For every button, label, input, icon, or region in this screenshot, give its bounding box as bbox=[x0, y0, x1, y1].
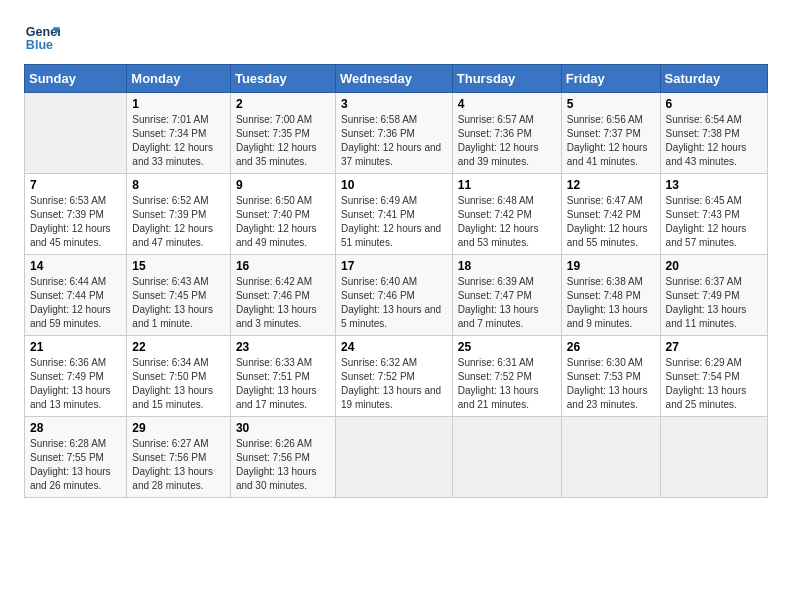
day-number: 25 bbox=[458, 340, 556, 354]
day-number: 28 bbox=[30, 421, 121, 435]
day-number: 20 bbox=[666, 259, 762, 273]
day-cell: 30 Sunrise: 6:26 AMSunset: 7:56 PMDaylig… bbox=[230, 417, 335, 498]
calendar-table: SundayMondayTuesdayWednesdayThursdayFrid… bbox=[24, 64, 768, 498]
day-number: 11 bbox=[458, 178, 556, 192]
day-number: 26 bbox=[567, 340, 655, 354]
header-cell-saturday: Saturday bbox=[660, 65, 767, 93]
day-info: Sunrise: 6:36 AMSunset: 7:49 PMDaylight:… bbox=[30, 356, 121, 412]
day-cell: 1 Sunrise: 7:01 AMSunset: 7:34 PMDayligh… bbox=[127, 93, 231, 174]
day-info: Sunrise: 6:34 AMSunset: 7:50 PMDaylight:… bbox=[132, 356, 225, 412]
day-info: Sunrise: 6:31 AMSunset: 7:52 PMDaylight:… bbox=[458, 356, 556, 412]
day-info: Sunrise: 6:48 AMSunset: 7:42 PMDaylight:… bbox=[458, 194, 556, 250]
day-number: 13 bbox=[666, 178, 762, 192]
day-cell: 28 Sunrise: 6:28 AMSunset: 7:55 PMDaylig… bbox=[25, 417, 127, 498]
day-number: 22 bbox=[132, 340, 225, 354]
day-number: 9 bbox=[236, 178, 330, 192]
day-number: 3 bbox=[341, 97, 447, 111]
day-cell: 22 Sunrise: 6:34 AMSunset: 7:50 PMDaylig… bbox=[127, 336, 231, 417]
day-cell: 18 Sunrise: 6:39 AMSunset: 7:47 PMDaylig… bbox=[452, 255, 561, 336]
day-info: Sunrise: 6:39 AMSunset: 7:47 PMDaylight:… bbox=[458, 275, 556, 331]
day-number: 19 bbox=[567, 259, 655, 273]
day-number: 2 bbox=[236, 97, 330, 111]
day-number: 17 bbox=[341, 259, 447, 273]
day-cell: 11 Sunrise: 6:48 AMSunset: 7:42 PMDaylig… bbox=[452, 174, 561, 255]
day-cell: 7 Sunrise: 6:53 AMSunset: 7:39 PMDayligh… bbox=[25, 174, 127, 255]
day-number: 12 bbox=[567, 178, 655, 192]
day-info: Sunrise: 6:44 AMSunset: 7:44 PMDaylight:… bbox=[30, 275, 121, 331]
day-cell bbox=[452, 417, 561, 498]
day-number: 6 bbox=[666, 97, 762, 111]
header-cell-wednesday: Wednesday bbox=[336, 65, 453, 93]
week-row-4: 21 Sunrise: 6:36 AMSunset: 7:49 PMDaylig… bbox=[25, 336, 768, 417]
day-cell: 15 Sunrise: 6:43 AMSunset: 7:45 PMDaylig… bbox=[127, 255, 231, 336]
day-cell: 2 Sunrise: 7:00 AMSunset: 7:35 PMDayligh… bbox=[230, 93, 335, 174]
day-info: Sunrise: 6:42 AMSunset: 7:46 PMDaylight:… bbox=[236, 275, 330, 331]
day-info: Sunrise: 6:45 AMSunset: 7:43 PMDaylight:… bbox=[666, 194, 762, 250]
header-cell-sunday: Sunday bbox=[25, 65, 127, 93]
day-number: 1 bbox=[132, 97, 225, 111]
day-cell: 3 Sunrise: 6:58 AMSunset: 7:36 PMDayligh… bbox=[336, 93, 453, 174]
day-info: Sunrise: 6:32 AMSunset: 7:52 PMDaylight:… bbox=[341, 356, 447, 412]
day-info: Sunrise: 6:54 AMSunset: 7:38 PMDaylight:… bbox=[666, 113, 762, 169]
day-info: Sunrise: 6:56 AMSunset: 7:37 PMDaylight:… bbox=[567, 113, 655, 169]
header-row: SundayMondayTuesdayWednesdayThursdayFrid… bbox=[25, 65, 768, 93]
day-number: 10 bbox=[341, 178, 447, 192]
day-number: 18 bbox=[458, 259, 556, 273]
day-info: Sunrise: 7:01 AMSunset: 7:34 PMDaylight:… bbox=[132, 113, 225, 169]
week-row-1: 1 Sunrise: 7:01 AMSunset: 7:34 PMDayligh… bbox=[25, 93, 768, 174]
day-cell: 12 Sunrise: 6:47 AMSunset: 7:42 PMDaylig… bbox=[561, 174, 660, 255]
header-cell-monday: Monday bbox=[127, 65, 231, 93]
page-header: General Blue bbox=[24, 20, 768, 56]
header-cell-tuesday: Tuesday bbox=[230, 65, 335, 93]
day-info: Sunrise: 6:26 AMSunset: 7:56 PMDaylight:… bbox=[236, 437, 330, 493]
day-info: Sunrise: 6:52 AMSunset: 7:39 PMDaylight:… bbox=[132, 194, 225, 250]
day-cell: 4 Sunrise: 6:57 AMSunset: 7:36 PMDayligh… bbox=[452, 93, 561, 174]
day-cell bbox=[561, 417, 660, 498]
day-info: Sunrise: 6:58 AMSunset: 7:36 PMDaylight:… bbox=[341, 113, 447, 169]
day-cell bbox=[25, 93, 127, 174]
day-cell: 10 Sunrise: 6:49 AMSunset: 7:41 PMDaylig… bbox=[336, 174, 453, 255]
day-info: Sunrise: 6:43 AMSunset: 7:45 PMDaylight:… bbox=[132, 275, 225, 331]
day-cell bbox=[336, 417, 453, 498]
day-number: 4 bbox=[458, 97, 556, 111]
day-info: Sunrise: 6:40 AMSunset: 7:46 PMDaylight:… bbox=[341, 275, 447, 331]
calendar-header: SundayMondayTuesdayWednesdayThursdayFrid… bbox=[25, 65, 768, 93]
day-number: 27 bbox=[666, 340, 762, 354]
day-info: Sunrise: 6:50 AMSunset: 7:40 PMDaylight:… bbox=[236, 194, 330, 250]
day-number: 8 bbox=[132, 178, 225, 192]
week-row-5: 28 Sunrise: 6:28 AMSunset: 7:55 PMDaylig… bbox=[25, 417, 768, 498]
day-cell: 23 Sunrise: 6:33 AMSunset: 7:51 PMDaylig… bbox=[230, 336, 335, 417]
day-info: Sunrise: 6:38 AMSunset: 7:48 PMDaylight:… bbox=[567, 275, 655, 331]
header-cell-thursday: Thursday bbox=[452, 65, 561, 93]
calendar-body: 1 Sunrise: 7:01 AMSunset: 7:34 PMDayligh… bbox=[25, 93, 768, 498]
day-cell: 21 Sunrise: 6:36 AMSunset: 7:49 PMDaylig… bbox=[25, 336, 127, 417]
week-row-2: 7 Sunrise: 6:53 AMSunset: 7:39 PMDayligh… bbox=[25, 174, 768, 255]
day-info: Sunrise: 6:47 AMSunset: 7:42 PMDaylight:… bbox=[567, 194, 655, 250]
day-number: 5 bbox=[567, 97, 655, 111]
day-info: Sunrise: 6:57 AMSunset: 7:36 PMDaylight:… bbox=[458, 113, 556, 169]
day-cell: 14 Sunrise: 6:44 AMSunset: 7:44 PMDaylig… bbox=[25, 255, 127, 336]
day-info: Sunrise: 6:27 AMSunset: 7:56 PMDaylight:… bbox=[132, 437, 225, 493]
day-cell: 19 Sunrise: 6:38 AMSunset: 7:48 PMDaylig… bbox=[561, 255, 660, 336]
day-number: 21 bbox=[30, 340, 121, 354]
day-cell: 13 Sunrise: 6:45 AMSunset: 7:43 PMDaylig… bbox=[660, 174, 767, 255]
day-info: Sunrise: 6:33 AMSunset: 7:51 PMDaylight:… bbox=[236, 356, 330, 412]
day-info: Sunrise: 6:49 AMSunset: 7:41 PMDaylight:… bbox=[341, 194, 447, 250]
day-number: 23 bbox=[236, 340, 330, 354]
day-cell: 6 Sunrise: 6:54 AMSunset: 7:38 PMDayligh… bbox=[660, 93, 767, 174]
day-info: Sunrise: 6:29 AMSunset: 7:54 PMDaylight:… bbox=[666, 356, 762, 412]
day-number: 30 bbox=[236, 421, 330, 435]
day-cell: 5 Sunrise: 6:56 AMSunset: 7:37 PMDayligh… bbox=[561, 93, 660, 174]
day-info: Sunrise: 6:37 AMSunset: 7:49 PMDaylight:… bbox=[666, 275, 762, 331]
day-info: Sunrise: 6:28 AMSunset: 7:55 PMDaylight:… bbox=[30, 437, 121, 493]
day-info: Sunrise: 6:30 AMSunset: 7:53 PMDaylight:… bbox=[567, 356, 655, 412]
day-number: 16 bbox=[236, 259, 330, 273]
day-cell: 29 Sunrise: 6:27 AMSunset: 7:56 PMDaylig… bbox=[127, 417, 231, 498]
day-number: 24 bbox=[341, 340, 447, 354]
day-number: 14 bbox=[30, 259, 121, 273]
day-cell: 16 Sunrise: 6:42 AMSunset: 7:46 PMDaylig… bbox=[230, 255, 335, 336]
day-cell: 9 Sunrise: 6:50 AMSunset: 7:40 PMDayligh… bbox=[230, 174, 335, 255]
svg-text:Blue: Blue bbox=[26, 38, 53, 52]
day-cell: 26 Sunrise: 6:30 AMSunset: 7:53 PMDaylig… bbox=[561, 336, 660, 417]
header-cell-friday: Friday bbox=[561, 65, 660, 93]
